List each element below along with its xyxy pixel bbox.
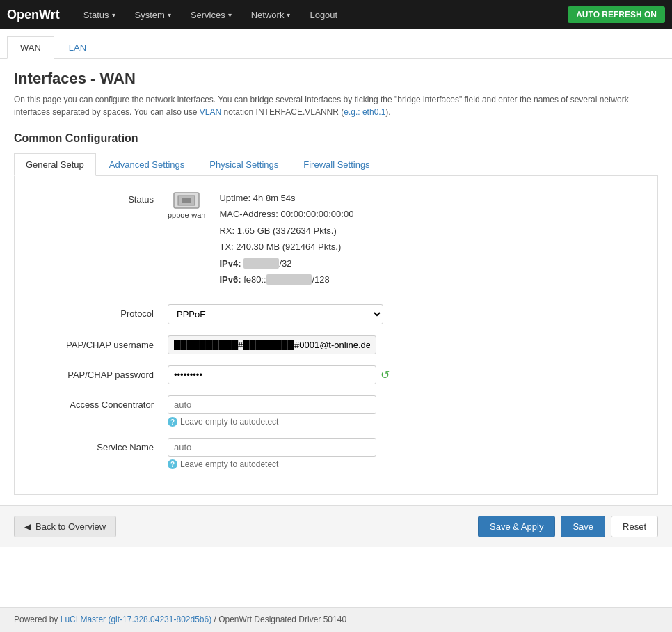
services-caret: ▾ <box>228 11 232 19</box>
status-icon-wrap: pppoe-wan <box>168 190 205 219</box>
tab-wan[interactable]: WAN <box>7 36 54 59</box>
action-buttons: Save & Apply Save Reset <box>478 516 658 537</box>
back-to-overview-button[interactable]: ◀ Back to Overview <box>14 516 116 537</box>
vlan-link[interactable]: VLAN <box>200 107 221 117</box>
tab-advanced-settings[interactable]: Advanced Settings <box>97 153 196 175</box>
username-input[interactable] <box>168 335 376 354</box>
section-title: Common Configuration <box>14 132 658 145</box>
auto-refresh-button[interactable]: AUTO REFRESH ON <box>568 6 665 23</box>
status-tx: TX: 240.30 MB (921464 Pkts.) <box>219 239 353 255</box>
status-content: pppoe-wan Uptime: 4h 8m 54s MAC-Address:… <box>168 190 353 287</box>
ipv4-value <box>243 258 279 269</box>
back-icon: ◀ <box>24 521 31 532</box>
password-row: PAP/CHAP password ↺ <box>29 365 643 384</box>
protocol-select[interactable]: PPPoE DHCP Static PPP None <box>168 304 383 324</box>
interface-tabs: WAN LAN <box>0 29 672 59</box>
access-concentrator-input[interactable] <box>168 395 376 414</box>
config-panel: Status pppoe-wan Uptime: 4h 8m 54s MAC <box>14 176 658 495</box>
system-caret: ▾ <box>168 11 171 19</box>
status-row: Status pppoe-wan Uptime: 4h 8m 54s MAC <box>29 190 643 287</box>
service-name-input[interactable] <box>168 438 376 457</box>
svg-rect-2 <box>182 198 191 203</box>
service-name-row: Service Name ? Leave empty to autodetect <box>29 438 643 469</box>
tab-physical-settings[interactable]: Physical Settings <box>198 153 290 175</box>
access-concentrator-label: Access Concentrator <box>29 395 168 410</box>
page-description: On this page you can configure the netwo… <box>14 93 658 118</box>
footer-bar: ◀ Back to Overview Save & Apply Save Res… <box>0 505 672 547</box>
hint-text-sn: Leave empty to autodetect <box>180 459 278 469</box>
config-tabs: General Setup Advanced Settings Physical… <box>14 153 658 176</box>
ipv6-value <box>266 274 312 285</box>
hint-text-ac: Leave empty to autodetect <box>180 417 278 427</box>
status-uptime: Uptime: 4h 8m 54s <box>219 190 353 206</box>
password-control: ↺ <box>168 365 643 384</box>
navbar-item-services[interactable]: Services ▾ <box>181 0 241 29</box>
status-label: Status <box>29 190 168 205</box>
access-concentrator-row: Access Concentrator ? Leave empty to aut… <box>29 395 643 427</box>
navbar-item-logout[interactable]: Logout <box>300 0 347 29</box>
navbar: OpenWrt Status ▾ System ▾ Services ▾ Net… <box>0 0 672 29</box>
status-info: Uptime: 4h 8m 54s MAC-Address: 00:00:00:… <box>219 190 353 287</box>
network-caret: ▾ <box>287 11 290 19</box>
status-rx: RX: 1.65 GB (3372634 Pkts.) <box>219 223 353 239</box>
service-name-label: Service Name <box>29 438 168 452</box>
protocol-row: Protocol PPPoE DHCP Static PPP None <box>29 304 643 324</box>
protocol-label: Protocol <box>29 304 168 319</box>
service-name-control: ? Leave empty to autodetect <box>168 438 643 469</box>
navbar-menu: Status ▾ System ▾ Services ▾ Network ▾ L… <box>74 0 568 29</box>
navbar-item-system[interactable]: System ▾ <box>125 0 181 29</box>
luci-link[interactable]: LuCI Master (git-17.328.04231-802d5b6) <box>61 615 211 624</box>
username-control <box>168 335 643 354</box>
tab-general-setup[interactable]: General Setup <box>14 153 96 176</box>
status-caret: ▾ <box>112 11 115 19</box>
reset-button[interactable]: Reset <box>611 516 658 537</box>
tab-lan[interactable]: LAN <box>56 36 99 58</box>
access-concentrator-control: ? Leave empty to autodetect <box>168 395 643 427</box>
service-name-hint: ? Leave empty to autodetect <box>168 459 643 469</box>
brand-logo[interactable]: OpenWrt <box>7 8 60 22</box>
save-apply-button[interactable]: Save & Apply <box>478 516 555 537</box>
status-ipv4: IPv4: /32 <box>219 255 353 271</box>
page-footer: Powered by LuCI Master (git-17.328.04231… <box>0 607 672 631</box>
main-area: Interfaces - WAN On this page you can co… <box>0 59 672 505</box>
example-link[interactable]: e.g.: eth0.1 <box>344 107 385 117</box>
hint-icon-ac: ? <box>168 417 177 427</box>
navbar-item-status[interactable]: Status ▾ <box>74 0 125 29</box>
protocol-control: PPPoE DHCP Static PPP None <box>168 304 643 324</box>
status-mac: MAC-Address: 00:00:00:00:00:00 <box>219 206 353 222</box>
save-button[interactable]: Save <box>561 516 605 537</box>
page-content: WAN LAN Interfaces - WAN On this page yo… <box>0 29 672 607</box>
username-label: PAP/CHAP username <box>29 335 168 350</box>
access-concentrator-hint: ? Leave empty to autodetect <box>168 417 643 427</box>
tab-firewall-settings[interactable]: Firewall Settings <box>291 153 381 175</box>
pppoe-icon <box>173 190 200 211</box>
toggle-password-icon[interactable]: ↺ <box>381 368 390 381</box>
navbar-item-network[interactable]: Network ▾ <box>241 0 301 29</box>
password-wrap: ↺ <box>168 365 643 384</box>
pppoe-label: pppoe-wan <box>168 211 205 219</box>
back-label: Back to Overview <box>35 521 106 532</box>
password-label: PAP/CHAP password <box>29 365 168 380</box>
username-row: PAP/CHAP username <box>29 335 643 354</box>
hint-icon-sn: ? <box>168 459 177 469</box>
page-title: Interfaces - WAN <box>14 70 658 88</box>
password-input[interactable] <box>168 365 376 384</box>
status-ipv6: IPv6: fe80:: /128 <box>219 271 353 287</box>
